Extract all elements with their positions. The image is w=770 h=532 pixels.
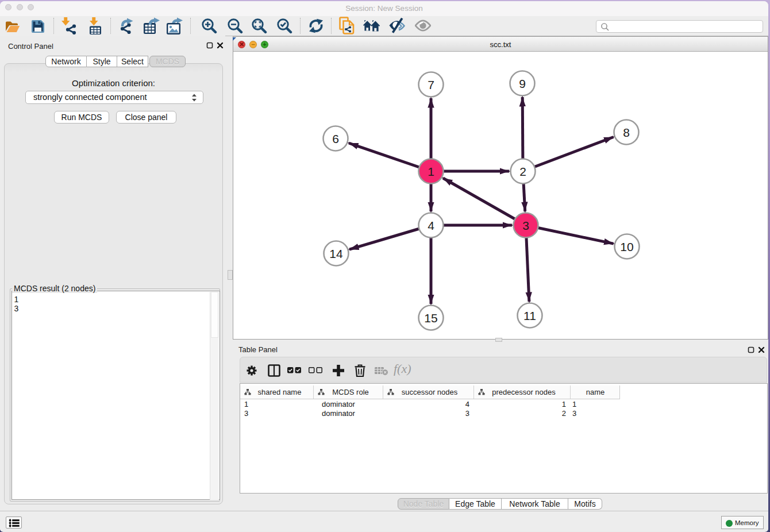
svg-text:6: 6 xyxy=(332,132,339,145)
svg-text:14: 14 xyxy=(329,247,343,260)
svg-text:4: 4 xyxy=(428,219,434,232)
svg-text:7: 7 xyxy=(428,78,434,91)
svg-text:11: 11 xyxy=(523,309,536,322)
svg-text:15: 15 xyxy=(424,311,437,325)
svg-text:10: 10 xyxy=(620,240,633,253)
svg-text:9: 9 xyxy=(519,77,526,90)
svg-text:8: 8 xyxy=(623,126,630,139)
svg-text:1: 1 xyxy=(428,165,434,178)
svg-text:2: 2 xyxy=(519,165,526,178)
svg-text:3: 3 xyxy=(522,219,529,232)
